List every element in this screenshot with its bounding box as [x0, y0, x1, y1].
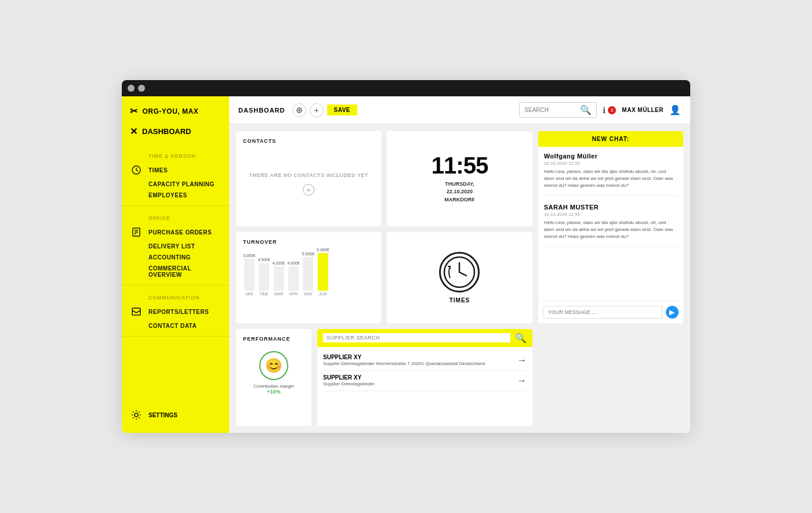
times-label: TIMES	[449, 297, 470, 304]
bar-rect	[259, 263, 269, 291]
section-title-communication: COMMUNICATION	[122, 292, 229, 303]
sidebar-section-office: OFFICE PURCHASE ORDERS DELIVERY LIST	[122, 208, 229, 286]
section-title-office: OFFICE	[122, 213, 229, 223]
sidebar-settings[interactable]: SETTINGS	[122, 404, 229, 426]
sidebar-close-btn[interactable]: ✕ DASHBOARD	[122, 126, 229, 146]
sidebar-item-times[interactable]: TIMES	[122, 161, 229, 179]
bar-month: MAR	[274, 292, 284, 296]
logo-icon: ✂	[130, 106, 138, 117]
bar-value: 4.500€	[258, 258, 270, 262]
sidebar-item-commercial[interactable]: COMMERCIAL OVERVIEW	[122, 263, 229, 280]
close-icon: ✕	[130, 126, 137, 137]
supplier-name-2: SUPPLIER XY	[323, 374, 375, 381]
search-input[interactable]	[524, 107, 577, 113]
chat-input[interactable]	[543, 306, 662, 319]
sidebar-item-accounting[interactable]: ACCOUNTING	[122, 252, 229, 263]
supplier-item-1: SUPPLIER XY Supplier Dienstagskinder Woc…	[323, 351, 527, 371]
supplier-arrow-2[interactable]: →	[517, 375, 527, 386]
times-clock	[439, 252, 480, 292]
clock-card: 11:55 THURSDAY, 22.10.2020 MARKDORF	[387, 131, 532, 226]
traffic-light-red[interactable]	[128, 85, 135, 92]
bar-group: 5.500€ MAY	[302, 252, 314, 296]
add-icon-btn[interactable]: +	[310, 103, 324, 117]
bar-rect	[274, 266, 284, 291]
contact-data-label: CONTACT DATA	[148, 323, 197, 329]
clock-time: 11:55	[432, 154, 488, 177]
bottom-row: PERFORMANCE 😊 Contribution margin +10%	[236, 329, 532, 426]
clock-city: MARKDORF	[444, 196, 475, 204]
sidebar-item-delivery[interactable]: DELIVERY LIST	[122, 241, 229, 252]
sidebar-section-communication: COMMUNICATION REPORTS/LETTERS CONTACT DA…	[122, 288, 229, 337]
section-title-time: TIME & PERSON	[122, 151, 229, 161]
bar-month: JAN	[245, 292, 253, 296]
reports-label: REPORTS/LETTERS	[148, 309, 209, 315]
clock-svg	[442, 255, 477, 290]
info-icon[interactable]: ℹ	[603, 106, 606, 115]
times-card: TIMES	[387, 232, 532, 323]
chat-text-2: Hello Lina, please, dass wir bla sjbo sh…	[544, 219, 677, 240]
add-contact-btn[interactable]: +	[303, 184, 314, 196]
turnover-title: TURNOVER	[243, 239, 374, 245]
notification-badge: 1	[608, 106, 616, 114]
bar-group: 4.000€ APR	[287, 261, 299, 296]
bar-value: 6.000€	[317, 248, 329, 252]
bar-group: 4.000€ MAR	[273, 261, 285, 296]
contacts-empty-message: THERE ARE NO CONTACTS INCLUDED YET	[249, 172, 368, 178]
supplier-name-1: SUPPLIER XY	[323, 354, 485, 360]
clock-day: THURSDAY,	[444, 180, 475, 189]
commercial-label: COMMERCIAL OVERVIEW	[148, 265, 221, 278]
clock-date-val: 22.10.2020	[444, 188, 475, 196]
edit-icon-btn[interactable]	[292, 103, 306, 117]
page-title: DASHBOARD	[238, 107, 285, 114]
sidebar: ✂ ORG-YOU, MAX ✕ DASHBOARD TIME & PERSON	[122, 96, 229, 433]
save-button[interactable]: SAVE	[327, 104, 358, 115]
supplier-list: SUPPLIER XY Supplier Dienstagskinder Woc…	[317, 351, 532, 391]
app-window: ✂ ORG-YOU, MAX ✕ DASHBOARD TIME & PERSON	[122, 80, 690, 433]
sidebar-item-employees[interactable]: EMPLOYEES	[122, 190, 229, 201]
purchase-label: PURCHASE ORDERS	[148, 229, 212, 236]
sidebar-section-time: TIME & PERSON TIMES CAPACITY PLANNING EM…	[122, 146, 229, 206]
sidebar-item-contact-data[interactable]: CONTACT DATA	[122, 320, 229, 331]
bar-value: 4.000€	[273, 261, 285, 265]
traffic-light-yellow[interactable]	[138, 85, 145, 92]
sidebar-item-reports[interactable]: REPORTS/LETTERS	[122, 303, 229, 320]
employees-label: EMPLOYEES	[148, 192, 187, 198]
supplier-details-2: Supplier Dienstagskinder	[323, 381, 375, 387]
chat-time-2: 10.10.2020 12:55	[544, 212, 677, 217]
chat-card: NEW CHAT: Wolfgang Müller 10.10.2020 12:…	[538, 131, 683, 323]
chat-sender-2: SARAH MUSTER	[544, 204, 677, 211]
chat-time-1: 10.10.2020 12:55	[544, 161, 677, 166]
search-bar[interactable]: 🔍	[519, 102, 597, 118]
supplier-info-1: SUPPLIER XY Supplier Dienstagskinder Woc…	[323, 354, 485, 367]
bar-group: 5.000€ JAN	[243, 254, 255, 296]
bar-month: FEB	[260, 292, 268, 296]
sidebar-item-capacity[interactable]: CAPACITY PLANNING	[122, 179, 229, 190]
user-avatar-icon[interactable]: 👤	[669, 104, 681, 115]
supplier-arrow-1[interactable]: →	[517, 355, 527, 366]
bar-rect	[288, 266, 299, 291]
topbar-right: 🔍 ℹ 1 MAX MÜLLER 👤	[519, 102, 681, 118]
contacts-card: CONTACTS THERE ARE NO CONTACTS INCLUDED …	[236, 131, 381, 226]
supplier-search-icon: 🔍	[515, 333, 527, 344]
bar-value: 4.000€	[287, 261, 299, 265]
chat-send-btn[interactable]: ▶	[666, 306, 679, 319]
user-name: MAX MÜLLER	[622, 107, 664, 113]
chat-header: NEW CHAT:	[538, 131, 683, 147]
bar-rect	[303, 257, 313, 291]
contacts-title: CONTACTS	[243, 138, 374, 144]
add-icon: +	[314, 106, 318, 115]
perf-percentage: +10%	[267, 389, 280, 395]
accounting-label: ACCOUNTING	[148, 254, 191, 261]
bar-month: MAY	[304, 292, 313, 296]
sidebar-item-purchase[interactable]: PURCHASE ORDERS	[122, 223, 229, 241]
chat-message-1: Wolfgang Müller 10.10.2020 12:55 Hello L…	[544, 153, 677, 196]
bar-month: APR	[289, 292, 298, 296]
perf-label: Contribution margin +10%	[253, 384, 294, 395]
chat-message-2: SARAH MUSTER 10.10.2020 12:55 Hello Lina…	[544, 204, 677, 247]
bar-group: 4.500€ FEB	[258, 258, 270, 296]
supplier-search-input[interactable]	[323, 333, 510, 342]
search-icon: 🔍	[580, 104, 592, 115]
clock-date: THURSDAY, 22.10.2020 MARKDORF	[444, 180, 475, 204]
chat-text-1: Hello Lina, please, dass wir bla sjbo sh…	[544, 168, 677, 189]
svg-point-6	[135, 413, 138, 417]
